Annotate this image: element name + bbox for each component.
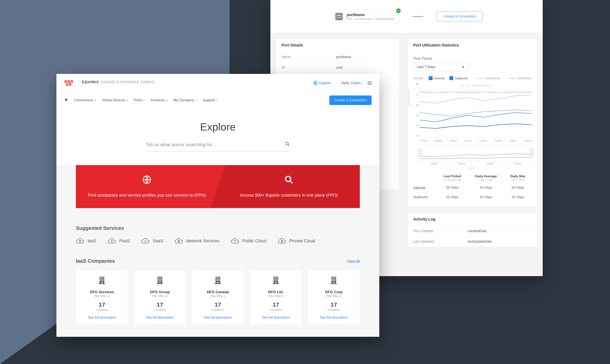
home-icon[interactable] [64,98,68,103]
svg-rect-42 [217,277,218,278]
time-period-value: Last 7 Days [417,65,435,69]
table-row: Inbound20 Gbps52 Gbps64 Gbps [413,183,532,193]
suggested-service[interactable]: Public Cloud [231,238,266,244]
suggested-service[interactable]: Network Services [174,238,219,244]
svg-rect-63 [273,283,279,284]
svg-rect-15 [281,241,283,242]
svg-rect-20 [100,279,101,280]
see-description-link[interactable]: See full description [312,316,356,319]
nav-item[interactable]: My Company ▾ [173,98,197,102]
cloud-icon [174,238,183,244]
activity-log-panel: Activity Log Port CreatedcreatedDateLast… [408,212,537,247]
svg-rect-69 [333,279,334,280]
company-card[interactable]: DFG Grouphttp://dfg.ca17LocationsSee ful… [134,270,186,325]
search-icon[interactable] [285,142,290,148]
svg-rect-22 [103,279,104,280]
connector-line [412,16,423,17]
globe-icon: 🌐 [313,81,318,85]
chevron-down-icon: ▾ [196,99,197,102]
panel-title: Port Utilization Statistics [408,39,537,52]
svg-rect-55 [277,277,277,278]
add-badge-icon[interactable]: + [396,8,401,13]
view-all-link[interactable]: View All [347,259,360,263]
svg-rect-51 [215,283,221,284]
svg-rect-4 [340,15,340,16]
chevron-down-icon: ▾ [143,99,145,102]
building-icon [254,276,298,286]
apps-grid-icon[interactable] [368,81,371,85]
suggested-service[interactable]: PaaS [107,238,130,244]
banner-left[interactable]: Find companies and service profiles you … [76,165,218,208]
company-card[interactable]: DFG Serviceshttp://dfg.ca17LocationsSee … [76,270,128,325]
time-period-select[interactable]: Last 7 Days ▾ [413,63,468,71]
see-description-link[interactable]: See full description [80,316,124,319]
detail-row: NameportName [276,52,399,62]
search-input[interactable] [146,142,285,147]
svg-rect-18 [102,277,102,278]
svg-rect-53 [274,277,275,278]
svg-rect-27 [99,283,105,284]
banner-text: Access 500+ Equinix customers in one pla… [229,192,348,198]
svg-rect-29 [158,277,159,278]
svg-rect-68 [332,279,333,280]
suggested-service[interactable]: Private Cloud [278,238,315,244]
svg-line-7 [288,145,289,146]
nav-item[interactable]: Ports ▾ [134,98,145,102]
range-handle-right[interactable] [529,149,533,157]
outbound-checkbox[interactable]: ✓Outbound [449,76,468,80]
port-icon [335,13,343,20]
svg-rect-61 [277,280,277,281]
create-connection-button[interactable]: Create a Connection [437,12,483,21]
svg-rect-70 [334,279,335,280]
cloud-icon [107,238,116,244]
chevron-down-icon: ▾ [216,99,218,102]
company-card[interactable]: DFG Ltd.http://dfg.ca17LocationsSee full… [250,270,302,325]
svg-rect-65 [332,277,333,278]
building-icon [138,276,182,286]
see-description-link[interactable]: See full description [196,316,240,319]
svg-rect-60 [276,280,276,281]
svg-rect-45 [217,279,218,280]
activity-row: Last UpdatedlastUpdateDate [408,236,537,247]
panel-title: Activity Log [408,213,537,226]
search-bar[interactable] [146,142,290,152]
svg-rect-73 [334,280,335,281]
svg-rect-1 [337,15,338,16]
range-slider-chart[interactable] [420,144,532,162]
range-handle-left[interactable] [418,149,422,157]
svg-rect-58 [277,279,277,280]
brand-secondary: CLOUD EXCHANGE FABRIC [101,80,156,84]
building-icon [80,276,124,286]
chevron-down-icon: ▾ [127,99,128,102]
svg-rect-59 [274,280,275,281]
explore-link[interactable]: 🌐 Explore [313,81,331,85]
brand-primary: EQUINIX [82,80,99,84]
svg-rect-49 [219,280,219,281]
cloud-icon [141,238,150,244]
nav-item[interactable]: Support ▾ [203,98,218,102]
banner-right[interactable]: Access 500+ Equinix customers in one pla… [218,165,360,208]
see-description-link[interactable]: See full description [138,316,182,319]
building-icon [312,276,356,286]
user-greeting[interactable]: Hello, Edwin ▾ [341,81,363,85]
equinix-logo-icon [64,78,73,88]
hero: Explore [56,108,379,165]
see-description-link[interactable]: See full description [254,316,298,319]
suggested-service[interactable]: IaaS [76,238,96,244]
company-card[interactable]: DFG Canadahttp://dfg.ca17LocationsSee fu… [192,270,244,325]
search-icon [229,175,348,188]
svg-rect-37 [161,280,161,281]
svg-rect-2 [338,15,339,16]
company-card[interactable]: DFG Corphttp://dfg.ca17LocationsSee full… [308,270,360,325]
inbound-checkbox[interactable]: ✓Inbound [429,76,445,80]
svg-rect-41 [216,277,217,278]
port-stats-panel: Port Utilization Statistics Time Period … [408,39,537,207]
create-connection-button[interactable]: Create a Connection [329,95,371,105]
port-pill[interactable]: portName Port · encapsulation · totalBan… [331,10,399,23]
svg-point-12 [111,241,113,242]
chevron-down-icon: ▾ [166,99,168,102]
suggested-service[interactable]: SaaS [141,238,163,244]
nav-item[interactable]: Connections ▾ [74,98,96,102]
nav-item[interactable]: Inventory ▾ [151,98,168,102]
nav-item[interactable]: Virtual Devices ▾ [102,98,128,102]
